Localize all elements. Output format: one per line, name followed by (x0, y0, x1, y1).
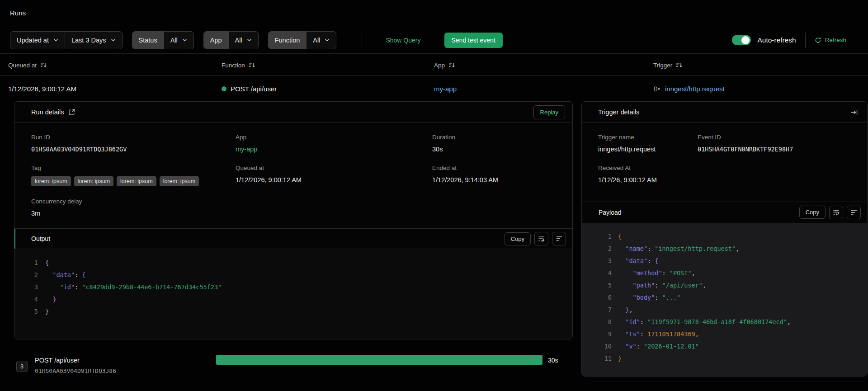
code-line: 6 "body": "..." (582, 292, 867, 304)
function-filter-dropdown[interactable]: All (306, 32, 336, 49)
cell-trigger: inngest/http.request (653, 76, 725, 101)
auto-refresh-label: Auto-refresh (757, 36, 796, 44)
code-line: 5} (14, 306, 572, 318)
sort-icon[interactable] (448, 62, 455, 68)
code-line: 8 "id": "119f5971-9878-46bd-a18f-4f06801… (582, 316, 867, 328)
tag-chip: lorem: ipsum (160, 176, 199, 186)
code-line: 10 "v": "2026-01-12.01" (582, 340, 867, 353)
chevron-down-icon (53, 38, 58, 42)
run-table-row[interactable]: 1/12/2026, 9:00:12 AM POST /api/user my-… (0, 76, 868, 101)
word-wrap-button[interactable] (829, 206, 843, 219)
send-test-event-button[interactable]: Send test event (444, 33, 503, 48)
field-tag: Tag lorem: ipsum lorem: ipsum lorem: ips… (31, 165, 236, 186)
align-left-button[interactable] (552, 232, 566, 245)
payload-code-container: 1{2 "name": "inngest/http.request",3 "da… (582, 223, 867, 376)
code-line: 4 "method": "POST", (582, 267, 867, 279)
external-link-icon[interactable] (69, 109, 75, 115)
refresh-label: Refresh (825, 37, 846, 43)
code-line: 4 } (14, 293, 572, 306)
function-filter-group: Function All (268, 31, 337, 49)
chevron-down-icon (325, 38, 330, 42)
time-filter-group: Updated at Last 3 Days (10, 31, 123, 49)
time-field-dropdown[interactable]: Updated at (10, 32, 65, 49)
code-line: 1{ (14, 257, 572, 269)
run-details-title: Run details (31, 108, 64, 116)
word-wrap-icon (538, 236, 545, 242)
app-link[interactable]: my-app (434, 85, 457, 93)
chevron-down-icon (247, 38, 252, 42)
field-event-id: Event ID 01HSHA4GT0FN0NRBKTF92E98H7 (698, 134, 851, 153)
payload-actions: Copy (799, 206, 861, 219)
sort-icon[interactable] (249, 62, 255, 68)
toolbar-divider (805, 33, 806, 48)
top-bar: Runs (0, 0, 868, 26)
output-code-editor[interactable]: 1{2 "data": {3 "id": "c8429dd9-29b8-44e6… (14, 249, 572, 339)
line-number: 4 (603, 267, 612, 279)
trigger-details-fields: Trigger name inngest/http.request Event … (582, 123, 867, 184)
line-number: 11 (603, 353, 612, 365)
column-header-function: Function (222, 54, 255, 76)
timeline-duration-bar[interactable] (216, 355, 542, 365)
line-number: 5 (603, 279, 612, 292)
status-filter-dropdown[interactable]: All (164, 32, 193, 49)
runs-table-header: Queued at Function App Trigger (0, 54, 868, 76)
run-details-panel: Run details Replay Run ID 01HS0AA03V04D9… (14, 101, 573, 339)
line-number: 6 (603, 292, 612, 304)
run-details-header: Run details Replay (14, 102, 572, 123)
code-line: 3 "data": { (582, 255, 867, 267)
timeline-duration-label: 30s (548, 357, 558, 364)
word-wrap-icon (833, 209, 840, 215)
field-trigger-name: Trigger name inngest/http.request (598, 134, 698, 153)
collapse-right-icon[interactable] (851, 109, 858, 115)
field-ended-at: Ended at 1/12/2026, 9:14:03 AM (432, 165, 556, 186)
code-line: 3 "id": "c8429dd9-29b8-44e6-b714-767d34c… (14, 281, 572, 293)
function-filter-label: Function (269, 32, 307, 49)
trigger-link[interactable]: inngest/http.request (665, 85, 725, 93)
copy-button[interactable]: Copy (505, 232, 531, 245)
word-wrap-button[interactable] (534, 232, 548, 245)
event-pulse-icon (653, 86, 661, 92)
chevron-down-icon (111, 38, 116, 42)
refresh-button[interactable]: Refresh (815, 37, 846, 43)
app-filter-dropdown[interactable]: All (228, 32, 258, 49)
app-filter-group: App All (203, 31, 259, 49)
time-range-dropdown[interactable]: Last 3 Days (65, 32, 122, 49)
event-id-value: 01HSHA4GT0FN0NRBKTF92E98H7 (698, 146, 851, 153)
app-link[interactable]: my-app (236, 146, 432, 153)
field-app: App my-app (236, 134, 432, 153)
field-queued-at: Queued at 1/12/2026, 9:00:12 AM (236, 165, 432, 186)
show-query-button[interactable]: Show Query (386, 37, 420, 44)
payload-title: Payload (599, 209, 622, 216)
timeline-run-id: 01HS0AA03V04D91RTDQ3J86 (35, 367, 116, 374)
code-line: 5 "path": "/api/user", (582, 279, 867, 292)
output-actions: Copy (505, 232, 566, 245)
line-number: 7 (603, 304, 612, 316)
payload-code-editor[interactable]: 1{2 "name": "inngest/http.request",3 "da… (582, 223, 867, 365)
chevron-down-icon (182, 38, 187, 42)
trigger-details-panel: Trigger details Trigger name inngest/htt… (581, 101, 868, 377)
run-id-value: 01HS0AA03V04D91RTDQ3J862GV (31, 146, 236, 153)
payload-section-header: Payload Copy (582, 202, 867, 222)
timeline-function-name: POST /api/user (35, 357, 80, 364)
tag-chip: lorem: ipsum (117, 176, 156, 186)
code-line: 11} (582, 353, 867, 365)
copy-button[interactable]: Copy (799, 206, 826, 219)
output-section-header: Output Copy (14, 228, 572, 249)
auto-refresh-toggle[interactable] (732, 35, 751, 45)
sort-icon[interactable] (40, 62, 47, 68)
status-filter-label: Status (132, 32, 164, 49)
code-line: 7 }, (582, 304, 867, 316)
line-number: 2 (27, 269, 38, 281)
cell-queued-at: 1/12/2026, 9:00:12 AM (8, 76, 76, 101)
align-left-icon (556, 236, 562, 241)
status-filter-group: Status All (132, 31, 194, 49)
trigger-details-header: Trigger details (582, 102, 867, 123)
step-count-badge[interactable]: 3 (16, 361, 28, 372)
line-number: 9 (603, 328, 612, 340)
sort-icon[interactable] (676, 62, 683, 68)
timeline-tree-connector (22, 372, 22, 391)
align-left-button[interactable] (847, 206, 861, 219)
replay-button[interactable]: Replay (533, 105, 565, 119)
status-dot-icon (222, 86, 226, 91)
status-filter-value: All (170, 37, 178, 44)
